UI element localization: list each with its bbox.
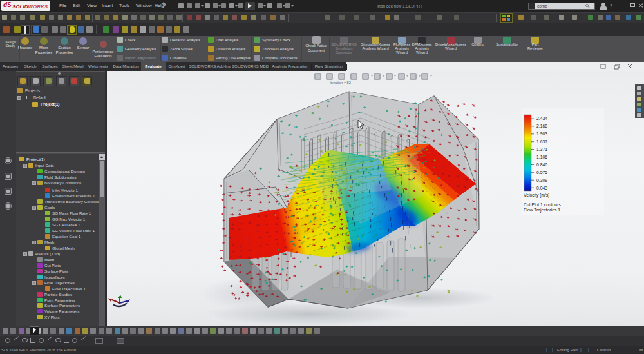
svg-text:Cut Plot 1 contours: Cut Plot 1 contours xyxy=(524,202,561,207)
svg-text:Iteration = 82: Iteration = 82 xyxy=(330,81,351,84)
svg-text:2.434: 2.434 xyxy=(536,116,547,121)
svg-text:1.637: 1.637 xyxy=(536,139,547,144)
svg-text:0.043: 0.043 xyxy=(536,186,547,190)
svg-text:0.575: 0.575 xyxy=(536,170,547,175)
svg-text:0.840: 0.840 xyxy=(536,162,547,167)
svg-text:2.168: 2.168 xyxy=(536,124,547,128)
svg-text:1.903: 1.903 xyxy=(536,132,547,136)
svg-text:Flow Trajectories 1: Flow Trajectories 1 xyxy=(524,208,560,213)
svg-text:Velocity [m/s]: Velocity [m/s] xyxy=(524,193,549,198)
svg-text:1.106: 1.106 xyxy=(536,155,547,159)
svg-text:1.371: 1.371 xyxy=(536,147,547,152)
svg-text:0.309: 0.309 xyxy=(536,178,547,182)
